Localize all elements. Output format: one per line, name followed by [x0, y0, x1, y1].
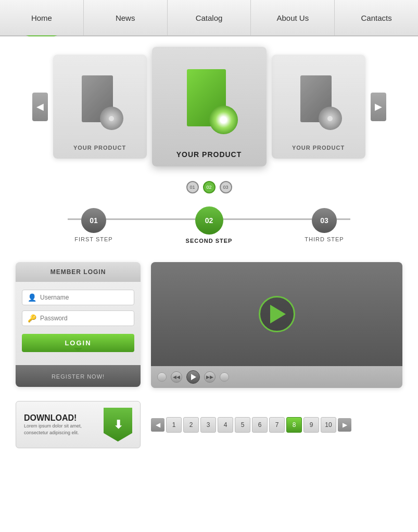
login-body: 👤 🔑 LOGIN: [16, 282, 141, 360]
step-label-3: THIRD STEP: [305, 236, 344, 242]
login-box: MEMBER LOGIN 👤 🔑 LOGIN REGISTER NOW!: [16, 262, 141, 387]
slider-dot-2[interactable]: 02: [203, 181, 216, 193]
pagination-prev-arrow[interactable]: ◀: [151, 418, 164, 432]
navigation-bar: Home News Catalog About Us Cantacts: [0, 0, 418, 36]
nav-item-home[interactable]: Home: [0, 0, 84, 35]
page-btn-9[interactable]: 9: [303, 417, 319, 433]
slider-next-arrow[interactable]: ▶: [371, 93, 386, 121]
password-field: 🔑: [22, 310, 134, 326]
nav-item-news[interactable]: News: [84, 0, 168, 35]
login-button[interactable]: LOGIN: [22, 334, 134, 352]
username-field: 👤: [22, 290, 134, 305]
nav-label-contacts: Cantacts: [361, 14, 391, 22]
step-circle-3: 03: [312, 208, 337, 233]
page-btn-7[interactable]: 7: [269, 417, 285, 433]
step-circle-1: 01: [81, 208, 106, 233]
disc-gray-left: [100, 107, 123, 130]
nav-label-home: Home: [31, 14, 52, 22]
video-player: ◀◀ ▶▶: [151, 262, 402, 388]
download-icon[interactable]: ⬇: [104, 408, 132, 442]
product-box-right: [295, 73, 342, 130]
product-box-center: [181, 67, 238, 134]
play-triangle-icon: [270, 305, 286, 323]
step-label-2: SECOND STEP: [186, 238, 233, 244]
slider-prev-arrow[interactable]: ◀: [32, 93, 48, 121]
product-icon-right: [280, 62, 358, 140]
login-header: MEMBER LOGIN: [16, 262, 141, 282]
register-link[interactable]: REGISTER NOW!: [52, 373, 105, 380]
download-pagination-row: DOWNLOAD! Lorem ipsum dolor sit amet, co…: [0, 393, 418, 456]
video-controls: ◀◀ ▶▶: [151, 366, 402, 388]
nav-item-catalog[interactable]: Catalog: [168, 0, 251, 35]
lock-icon: 🔑: [28, 314, 36, 322]
step-item-2[interactable]: 02 SECOND STEP: [157, 206, 261, 244]
download-description: Lorem ipsum dolor sit amet, consectetur …: [24, 423, 98, 436]
card-label-center: YOUR PRODUCT: [176, 150, 242, 159]
ctrl-play-triangle-icon: [191, 374, 196, 380]
password-input[interactable]: [40, 315, 129, 322]
slide-card-right[interactable]: YOUR PRODUCT: [272, 55, 365, 159]
login-title: MEMBER LOGIN: [22, 268, 134, 276]
step-circle-2: 02: [195, 206, 223, 235]
pagination-next-arrow[interactable]: ▶: [338, 418, 351, 432]
steps-section: 01 FIRST STEP 02 SECOND STEP 03 THIRD ST…: [0, 201, 418, 257]
product-box-left: [77, 73, 123, 130]
slider-dot-1[interactable]: 01: [186, 181, 199, 193]
page-btn-10[interactable]: 10: [321, 417, 336, 433]
slide-card-center[interactable]: YOUR PRODUCT: [152, 47, 267, 166]
nav-label-catalog: Catalog: [196, 14, 223, 22]
nav-label-news: News: [116, 14, 135, 22]
slide-card-left[interactable]: YOUR PRODUCT: [53, 55, 147, 159]
step-item-3[interactable]: 03 THIRD STEP: [272, 208, 376, 242]
video-ctrl-play-button[interactable]: [186, 370, 200, 384]
page-btn-3[interactable]: 3: [200, 417, 216, 433]
nav-item-about[interactable]: About Us: [251, 0, 335, 35]
page-btn-5[interactable]: 5: [235, 417, 250, 433]
step-item-1[interactable]: 01 FIRST STEP: [42, 208, 146, 242]
pagination: ◀ 1 2 3 4 5 6 7 8 9 10 ▶: [151, 417, 402, 433]
slider-section: ◀ YOUR PRODUCT: [0, 36, 418, 177]
page-btn-1[interactable]: 1: [166, 417, 182, 433]
username-input[interactable]: [40, 294, 129, 301]
download-text-column: DOWNLOAD! Lorem ipsum dolor sit amet, co…: [24, 413, 98, 436]
download-title: DOWNLOAD!: [24, 413, 98, 423]
video-ctrl-dot-1[interactable]: [157, 372, 167, 382]
user-icon: 👤: [28, 293, 36, 302]
page-btn-4[interactable]: 4: [218, 417, 233, 433]
card-label-left: YOUR PRODUCT: [73, 145, 126, 151]
slider-dots: 01 02 03: [0, 177, 418, 201]
video-ctrl-dot-2[interactable]: [220, 372, 229, 382]
page-btn-8[interactable]: 8: [286, 417, 302, 433]
card-label-right: YOUR PRODUCT: [292, 145, 345, 151]
video-rewind-button[interactable]: ◀◀: [171, 371, 182, 383]
page-btn-2[interactable]: 2: [183, 417, 199, 433]
download-arrow-icon: ⬇: [113, 418, 123, 432]
product-icon-center: [160, 55, 259, 146]
login-footer: REGISTER NOW!: [16, 365, 141, 387]
slider-cards: YOUR PRODUCT YOUR PRODUCT: [53, 47, 365, 166]
video-screen: [151, 262, 402, 366]
download-box: DOWNLOAD! Lorem ipsum dolor sit amet, co…: [16, 401, 141, 448]
nav-item-contacts[interactable]: Cantacts: [335, 0, 418, 35]
video-play-button[interactable]: [259, 296, 295, 332]
bottom-row: MEMBER LOGIN 👤 🔑 LOGIN REGISTER NOW! ◀: [0, 257, 418, 393]
nav-label-about: About Us: [276, 14, 309, 22]
page-btn-6[interactable]: 6: [252, 417, 268, 433]
disc-green-center: [209, 106, 238, 134]
disc-gray-right: [319, 107, 342, 130]
video-forward-button[interactable]: ▶▶: [204, 371, 216, 383]
product-icon-left: [61, 62, 139, 140]
step-label-1: FIRST STEP: [74, 236, 112, 242]
slider-dot-3[interactable]: 03: [220, 181, 232, 193]
